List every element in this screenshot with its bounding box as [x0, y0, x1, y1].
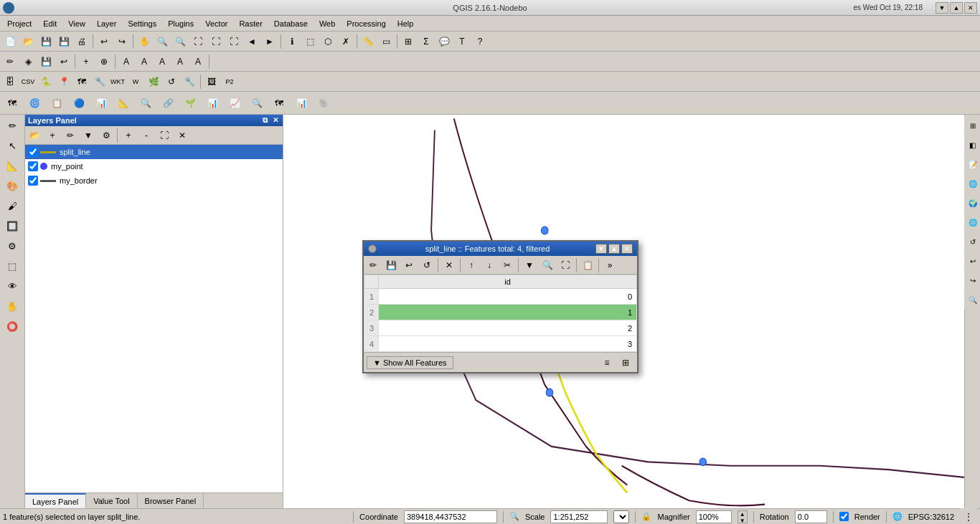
right-btn-7[interactable]: ↺ [963, 232, 981, 251]
tab-value-tool[interactable]: Value Tool [86, 493, 137, 508]
osm-btn[interactable]: 🗺 [73, 73, 90, 90]
dt-edit-btn[interactable]: ✏ [364, 257, 382, 274]
measure-area-btn[interactable]: ▭ [377, 33, 395, 50]
tab-layers-panel[interactable]: Layers Panel [25, 493, 86, 508]
right-btn-4[interactable]: 🌐 [963, 174, 981, 193]
form-view-btn[interactable]: ≡ [598, 354, 616, 371]
raster3-btn[interactable]: 📋 [46, 95, 67, 112]
table-row-1[interactable]: 1 0 [364, 289, 637, 305]
layer-checkbox-split-line[interactable] [28, 147, 38, 157]
row-val-4-id[interactable]: 3 [379, 336, 637, 352]
edit-node-btn[interactable]: ◈ [19, 53, 37, 70]
python-btn[interactable]: 🐍 [37, 73, 55, 90]
layer-checkbox-my-border[interactable] [28, 176, 38, 186]
dt-search-btn[interactable]: 🔍 [539, 257, 556, 274]
raster8-btn[interactable]: 🔗 [157, 95, 179, 112]
layer-item-my-border[interactable]: my_border [25, 173, 283, 188]
eye-btn[interactable]: 👁 [3, 277, 22, 295]
help-btn[interactable]: ? [471, 33, 489, 50]
layers-panel-close-btn[interactable]: ✕ [271, 116, 280, 125]
stats-btn[interactable]: Σ [418, 33, 435, 50]
eraser-btn[interactable]: 🔲 [3, 216, 22, 235]
right-btn-2[interactable]: ◧ [963, 135, 981, 154]
raster7-btn[interactable]: 🔍 [135, 95, 156, 112]
remove-layer-btn[interactable]: ✕ [174, 127, 191, 144]
open-project-btn[interactable]: 📂 [19, 33, 37, 50]
dialog-collapse-btn[interactable]: ▼ [595, 244, 607, 254]
layer-item-my-point[interactable]: my_point [25, 159, 283, 173]
label-btn[interactable]: T [453, 33, 471, 50]
redo-btn[interactable]: ↪ [113, 33, 131, 50]
menu-settings[interactable]: Settings [122, 18, 162, 29]
dt-more-btn[interactable]: » [601, 257, 618, 274]
show-all-features-btn[interactable]: ▼ Show All Features [367, 356, 453, 369]
rotation-input[interactable] [795, 510, 827, 523]
csv-btn[interactable]: CSV [19, 73, 37, 90]
right-btn-9[interactable]: ↪ [963, 271, 981, 290]
filter-layer-btn[interactable]: ▼ [80, 127, 97, 144]
digitize-btn[interactable]: ✏ [3, 116, 22, 135]
zoom-prev-btn[interactable]: ◄ [243, 33, 260, 50]
menu-help[interactable]: Help [392, 18, 420, 29]
menu-view[interactable]: View [62, 18, 91, 29]
measure-line-btn[interactable]: 📏 [359, 33, 377, 50]
table-row-3[interactable]: 3 2 [364, 320, 637, 336]
zoom-next-btn[interactable]: ► [261, 33, 278, 50]
map-area[interactable]: split_line :: Features total: 4, filtere… [283, 115, 964, 508]
add-feature-btn[interactable]: + [77, 53, 95, 70]
menu-edit[interactable]: Edit [37, 18, 62, 29]
annotation-btn[interactable]: 💬 [435, 33, 453, 50]
tab-browser-panel[interactable]: Browser Panel [138, 493, 204, 508]
print-btn[interactable]: 🖨 [73, 33, 90, 50]
scale-dropdown[interactable] [613, 510, 629, 523]
id-column-header[interactable]: id [379, 275, 637, 289]
wkb-btn[interactable]: W [127, 73, 144, 90]
p2-btn[interactable]: P2 [221, 73, 238, 90]
layers-panel-float-btn[interactable]: ⧉ [261, 116, 269, 125]
toggle-edits-btn[interactable]: ✏ [62, 127, 79, 144]
right-btn-10[interactable]: 🔍 [963, 290, 981, 309]
scale-input[interactable] [550, 510, 608, 523]
new-project-btn[interactable]: 📄 [1, 33, 19, 50]
layer-settings-btn[interactable]: ⚙ [98, 127, 115, 144]
expand-all-btn[interactable]: + [120, 127, 137, 144]
label5-btn[interactable]: A [189, 53, 207, 70]
table-row-4[interactable]: 4 3 [364, 336, 637, 352]
raster14-btn[interactable]: 📊 [291, 95, 312, 112]
raster2-btn[interactable]: 🌀 [24, 95, 45, 112]
pointer-btn[interactable]: ↖ [3, 136, 22, 155]
right-btn-8[interactable]: ↩ [963, 252, 981, 270]
raster4-btn[interactable]: 🔵 [68, 95, 90, 112]
magnifier-spinner[interactable]: ▲ ▼ [738, 510, 748, 523]
table-row-2[interactable]: 2 1 [364, 305, 637, 320]
right-btn-6[interactable]: 🌐 [963, 213, 981, 232]
table-view-btn[interactable]: ⊞ [617, 354, 634, 371]
zoom-selection-btn[interactable]: ⛶ [225, 33, 242, 50]
menu-raster[interactable]: Raster [233, 18, 268, 29]
win-close-btn[interactable]: ✕ [964, 2, 977, 14]
label-tool-btn[interactable]: A [118, 53, 135, 70]
menu-plugins[interactable]: Plugins [162, 18, 199, 29]
wkt-btn[interactable]: WKT [109, 73, 126, 90]
magnifier-down-btn[interactable]: ▼ [738, 518, 747, 524]
menu-layer[interactable]: Layer [91, 18, 123, 29]
zoom-to-layer-btn[interactable]: ⛶ [156, 127, 173, 144]
rollback-btn[interactable]: ↩ [55, 53, 72, 70]
raster12-btn[interactable]: 🔍 [246, 95, 268, 112]
magnifier-up-btn[interactable]: ▲ [738, 511, 747, 518]
plugin2-btn[interactable]: 🌿 [145, 73, 162, 90]
dt-cut-btn[interactable]: ✂ [499, 257, 516, 274]
dt-move-dn-btn[interactable]: ↓ [481, 257, 498, 274]
open-layer-btn[interactable]: 📂 [26, 127, 43, 144]
plugin4-btn[interactable]: 🔧 [181, 73, 198, 90]
raster6-btn[interactable]: 📐 [113, 95, 134, 112]
zoom-out-btn[interactable]: 🔍 [171, 33, 189, 50]
dt-copy-btn[interactable]: 📋 [579, 257, 596, 274]
raster11-btn[interactable]: 📈 [224, 95, 245, 112]
composer-btn[interactable]: 🖼 [203, 73, 220, 90]
ruler-btn[interactable]: 📐 [3, 156, 22, 175]
right-btn-1[interactable]: ⊞ [963, 116, 981, 135]
select-rect-btn[interactable]: ⬚ [301, 33, 319, 50]
plugin1-btn[interactable]: 🔧 [91, 73, 108, 90]
pan-btn[interactable]: ✋ [136, 33, 153, 50]
